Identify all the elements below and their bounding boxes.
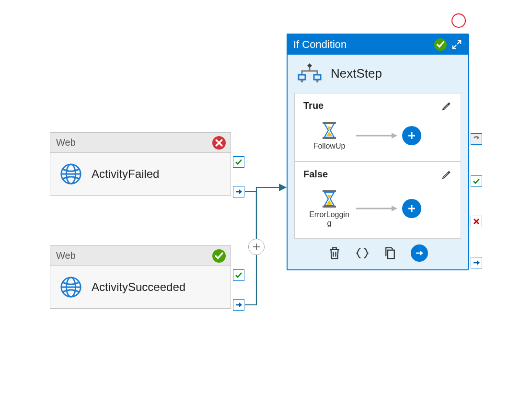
- if-condition-activity[interactable]: If Condition: [287, 34, 469, 270]
- wait-icon: [321, 189, 338, 209]
- add-activity-button[interactable]: [402, 126, 421, 145]
- activity-type-label: Web: [56, 137, 76, 148]
- svg-marker-20: [315, 81, 319, 82]
- go-button[interactable]: [411, 244, 428, 262]
- true-branch: True FollowUp: [294, 93, 461, 162]
- if-condition-name: NextStep: [331, 66, 382, 81]
- delete-button[interactable]: [327, 246, 342, 260]
- on-success-port[interactable]: [233, 269, 244, 281]
- collapse-icon[interactable]: [451, 39, 462, 50]
- svg-rect-17: [299, 75, 305, 80]
- if-condition-icon: [296, 62, 323, 84]
- svg-marker-12: [239, 302, 242, 307]
- svg-rect-18: [314, 75, 321, 80]
- svg-marker-30: [392, 206, 397, 211]
- svg-marker-35: [420, 251, 423, 255]
- svg-marker-38: [477, 260, 480, 265]
- false-branch-activity[interactable]: ErrorLogging: [307, 189, 351, 228]
- selection-ring: [451, 13, 466, 28]
- edit-icon[interactable]: [441, 169, 452, 180]
- add-activity-button[interactable]: [402, 199, 421, 218]
- on-success-port[interactable]: [471, 175, 482, 187]
- svg-marker-16: [307, 63, 312, 68]
- true-branch-activity[interactable]: FollowUp: [307, 121, 351, 151]
- activity-name: ActivityFailed: [92, 167, 159, 181]
- on-completion-port[interactable]: [471, 257, 482, 268]
- svg-marker-19: [300, 81, 304, 82]
- success-icon: [434, 38, 447, 51]
- edit-icon[interactable]: [441, 101, 452, 111]
- success-icon: [212, 249, 226, 263]
- on-success-port[interactable]: [233, 156, 244, 168]
- add-activity-node[interactable]: [248, 239, 265, 255]
- activity-type-label: Web: [56, 250, 76, 261]
- activity-name: ErrorLogging: [307, 210, 351, 228]
- on-fail-port[interactable]: [471, 216, 482, 227]
- arrow-icon: [355, 204, 398, 213]
- wait-icon: [321, 121, 338, 140]
- arrow-icon: [355, 131, 398, 140]
- if-condition-title: If Condition: [293, 38, 347, 51]
- svg-marker-24: [392, 133, 397, 139]
- svg-rect-33: [388, 250, 394, 259]
- svg-marker-6: [239, 189, 242, 194]
- activity-web-failed[interactable]: Web ActivityFailed: [50, 132, 231, 196]
- activity-toolbar: [288, 239, 468, 269]
- error-icon: [212, 136, 226, 150]
- globe-icon: [60, 163, 82, 185]
- on-completion-port[interactable]: [233, 299, 244, 311]
- svg-marker-0: [279, 184, 287, 191]
- activity-name: ActivitySucceeded: [92, 280, 185, 294]
- branch-label: True: [303, 100, 324, 111]
- branch-label: False: [303, 169, 328, 180]
- on-completion-port[interactable]: [233, 186, 244, 197]
- copy-button[interactable]: [383, 246, 397, 260]
- activity-web-succeeded[interactable]: Web ActivitySucceeded: [50, 245, 231, 309]
- false-branch: False ErrorLogging: [294, 162, 461, 239]
- activity-name: FollowUp: [313, 142, 346, 151]
- code-button[interactable]: [355, 246, 370, 260]
- globe-icon: [60, 276, 82, 298]
- on-skip-port[interactable]: [471, 133, 482, 145]
